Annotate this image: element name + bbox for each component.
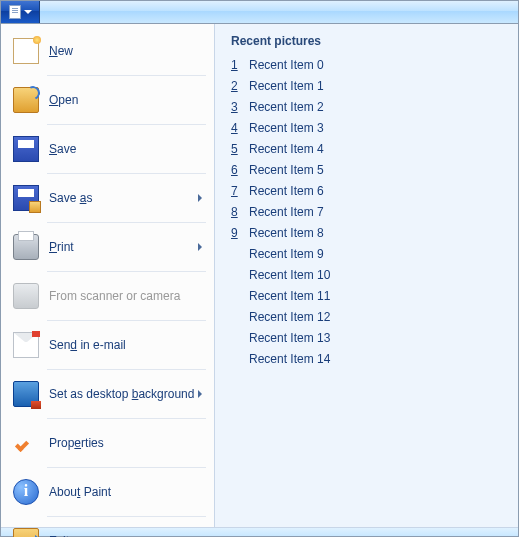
menu-separator (47, 418, 206, 419)
recent-item-label: Recent Item 7 (249, 205, 324, 219)
menu-separator (47, 271, 206, 272)
recent-item-label: Recent Item 10 (249, 268, 330, 282)
recent-heading: Recent pictures (231, 34, 504, 48)
dropdown-arrow-icon (24, 10, 32, 14)
menu-label: Properties (49, 436, 206, 450)
menu-label: Print (49, 240, 198, 254)
submenu-arrow-icon (198, 194, 202, 202)
recent-item[interactable]: 2Recent Item 1 (231, 79, 504, 100)
recent-panel: Recent pictures 1Recent Item 02Recent It… (215, 24, 518, 527)
menu-separator (47, 467, 206, 468)
recent-item-label: Recent Item 6 (249, 184, 324, 198)
recent-item[interactable]: 8Recent Item 7 (231, 205, 504, 226)
recent-item-label: Recent Item 13 (249, 331, 330, 345)
recent-item[interactable]: Recent Item 14 (231, 352, 504, 373)
submenu-arrow-icon (198, 390, 202, 398)
recent-item[interactable]: Recent Item 13 (231, 331, 504, 352)
menu-label: About Paint (49, 485, 206, 499)
save-as-icon (13, 185, 39, 211)
menu-label: Open (49, 93, 206, 107)
recent-item-label: Recent Item 3 (249, 121, 324, 135)
menu-item-save[interactable]: Save (1, 126, 214, 172)
recent-item-label: Recent Item 12 (249, 310, 330, 324)
menu-item-properties[interactable]: Properties (1, 420, 214, 466)
menu-item-exit[interactable]: Exit (1, 518, 214, 537)
menu-body: New Open Save Save as Print (1, 24, 518, 527)
email-icon (13, 332, 39, 358)
save-disk-icon (13, 136, 39, 162)
menu-item-print[interactable]: Print (1, 224, 214, 270)
recent-item-label: Recent Item 11 (249, 289, 330, 303)
menu-label: From scanner or camera (49, 289, 206, 303)
recent-item[interactable]: 7Recent Item 6 (231, 184, 504, 205)
menu-separator (47, 516, 206, 517)
menu-separator (47, 222, 206, 223)
document-icon (9, 5, 21, 19)
desktop-bg-icon (13, 381, 39, 407)
recent-item[interactable]: 6Recent Item 5 (231, 163, 504, 184)
recent-item-number: 1 (231, 58, 249, 72)
recent-item-number: 6 (231, 163, 249, 177)
menu-item-email[interactable]: Send in e-mail (1, 322, 214, 368)
menu-label: Save as (49, 191, 198, 205)
recent-item-number: 3 (231, 100, 249, 114)
info-icon (13, 479, 39, 505)
checkmark-icon (13, 430, 39, 456)
recent-item[interactable]: 1Recent Item 0 (231, 58, 504, 79)
recent-item[interactable]: 3Recent Item 2 (231, 100, 504, 121)
recent-item[interactable]: 4Recent Item 3 (231, 121, 504, 142)
menu-item-new[interactable]: New (1, 28, 214, 74)
menu-item-about[interactable]: About Paint (1, 469, 214, 515)
menu-label: Send in e-mail (49, 338, 206, 352)
recent-item-label: Recent Item 9 (249, 247, 324, 261)
recent-item-number: 7 (231, 184, 249, 198)
menu-item-open[interactable]: Open (1, 77, 214, 123)
recent-item-label: Recent Item 8 (249, 226, 324, 240)
menu-separator (47, 173, 206, 174)
recent-item-label: Recent Item 5 (249, 163, 324, 177)
menu-separator (47, 75, 206, 76)
recent-item-number: 8 (231, 205, 249, 219)
menu-label: New (49, 44, 206, 58)
open-folder-icon (13, 87, 39, 113)
recent-item[interactable]: Recent Item 10 (231, 268, 504, 289)
recent-item-number: 2 (231, 79, 249, 93)
menu-item-desktop-bg[interactable]: Set as desktop background (1, 371, 214, 417)
recent-list: 1Recent Item 02Recent Item 13Recent Item… (231, 58, 504, 373)
recent-item[interactable]: Recent Item 12 (231, 310, 504, 331)
menu-separator (47, 124, 206, 125)
recent-item[interactable]: Recent Item 11 (231, 289, 504, 310)
recent-item-label: Recent Item 1 (249, 79, 324, 93)
menu-separator (47, 369, 206, 370)
exit-icon (13, 528, 39, 537)
recent-item-number: 4 (231, 121, 249, 135)
recent-item[interactable]: Recent Item 9 (231, 247, 504, 268)
recent-item[interactable]: 5Recent Item 4 (231, 142, 504, 163)
menu-item-scanner: From scanner or camera (1, 273, 214, 319)
menu-label: Save (49, 142, 206, 156)
scanner-icon (13, 283, 39, 309)
titlebar (1, 1, 518, 24)
left-menu-panel: New Open Save Save as Print (1, 24, 215, 527)
recent-item-label: Recent Item 0 (249, 58, 324, 72)
recent-item[interactable]: 9Recent Item 8 (231, 226, 504, 247)
recent-item-number: 5 (231, 142, 249, 156)
menu-item-save-as[interactable]: Save as (1, 175, 214, 221)
app-menu-button[interactable] (1, 1, 40, 23)
recent-item-label: Recent Item 2 (249, 100, 324, 114)
new-file-icon (13, 38, 39, 64)
recent-item-label: Recent Item 14 (249, 352, 330, 366)
application-menu-window: New Open Save Save as Print (0, 0, 519, 537)
menu-separator (47, 320, 206, 321)
recent-item-number: 9 (231, 226, 249, 240)
submenu-arrow-icon (198, 243, 202, 251)
menu-label: Set as desktop background (49, 387, 198, 401)
recent-item-label: Recent Item 4 (249, 142, 324, 156)
printer-icon (13, 234, 39, 260)
